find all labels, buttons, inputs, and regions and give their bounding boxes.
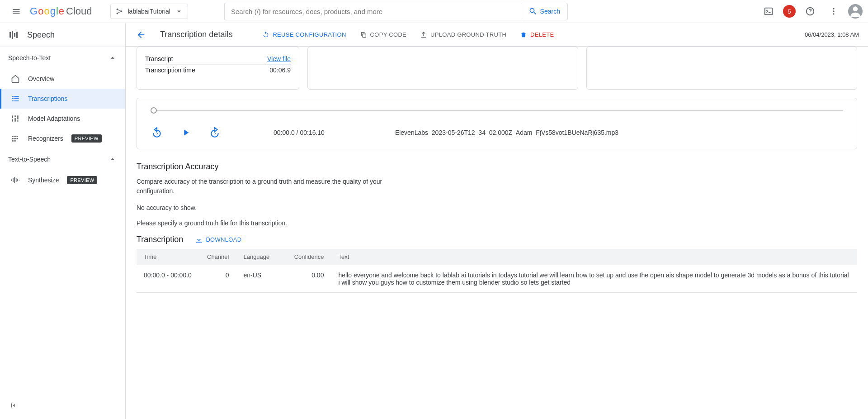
rewind-5-button[interactable]: 5 (151, 126, 163, 139)
dropdown-icon (175, 7, 183, 15)
nav-transcriptions[interactable]: Transcriptions (0, 89, 125, 109)
play-button[interactable] (179, 126, 192, 139)
svg-point-8 (853, 6, 858, 11)
svg-rect-14 (14, 96, 19, 97)
copy-code-button[interactable]: COPY CODE (358, 28, 408, 42)
svg-rect-18 (14, 100, 19, 101)
play-icon (181, 128, 191, 138)
svg-rect-28 (12, 138, 14, 139)
svg-point-5 (833, 8, 834, 10)
svg-text:5: 5 (214, 131, 216, 135)
upload-ground-truth-button[interactable]: UPLOAD GROUND TRUTH (418, 28, 508, 42)
svg-rect-27 (17, 136, 18, 137)
view-file-link[interactable]: View file (267, 55, 291, 62)
svg-rect-11 (14, 33, 15, 37)
project-name: lablabaiTutorial (128, 8, 170, 15)
account-avatar[interactable] (848, 4, 863, 19)
nav-overview[interactable]: Overview (0, 69, 125, 89)
cell-channel: 0 (200, 265, 236, 293)
tune-icon (11, 114, 20, 123)
svg-rect-19 (12, 115, 14, 118)
main: Transcription details REUSE CONFIGURATIO… (126, 23, 868, 419)
search-input[interactable] (224, 3, 521, 20)
cloud-shell-button[interactable] (760, 2, 778, 20)
svg-rect-34 (13, 178, 14, 182)
svg-rect-3 (765, 8, 773, 15)
copy-icon (360, 31, 367, 38)
created-timestamp: 06/04/2023, 1:08 AM (805, 31, 859, 38)
svg-rect-29 (14, 138, 16, 139)
transcription-time-value: 00:06.9 (269, 67, 291, 74)
svg-rect-40 (363, 34, 366, 37)
sidebar-product-title[interactable]: Speech (0, 23, 125, 47)
home-icon (11, 74, 20, 83)
download-button[interactable]: DOWNLOAD (195, 236, 241, 244)
svg-rect-38 (19, 180, 20, 181)
download-icon (195, 236, 203, 244)
svg-rect-35 (14, 177, 15, 183)
nav-section-text-to-speech[interactable]: Text-to-Speech (0, 148, 125, 170)
detail-header: Transcription details REUSE CONFIGURATIO… (126, 23, 868, 47)
cell-text: hello everyone and welcome back to labla… (331, 265, 857, 293)
chevron-up-icon (108, 53, 117, 62)
chevron-left-collapse-icon (10, 401, 18, 409)
preview-badge: PREVIEW (67, 176, 97, 184)
search-wrap: Search (224, 3, 568, 20)
svg-rect-31 (12, 140, 14, 142)
forward-5-button[interactable]: 5 (208, 126, 221, 139)
empty-card-2 (586, 47, 857, 90)
player-controls: 5 5 00:00.0 / 00:16.10 ElevenLabs_2023-0… (151, 126, 843, 139)
nav-model-adaptations[interactable]: Model Adaptations (0, 109, 125, 129)
search-icon (528, 7, 538, 16)
content: Transcript View file Transcription time … (126, 47, 868, 419)
svg-rect-12 (16, 32, 18, 38)
svg-rect-32 (14, 140, 16, 142)
delete-button[interactable]: DELETE (518, 28, 556, 42)
table-row[interactable]: 00:00.0 - 00:00.0 0 en-US 0.00 hello eve… (137, 265, 857, 293)
col-channel: Channel (200, 249, 236, 265)
nav-recognizers[interactable]: Recognizers PREVIEW (0, 129, 125, 148)
google-cloud-logo[interactable]: GoogleCloud (30, 5, 92, 17)
table-header-row: Time Channel Language Confidence Text (137, 249, 857, 265)
transcription-title: Transcription (137, 235, 183, 244)
project-selector[interactable]: lablabaiTutorial (110, 4, 188, 19)
cell-confidence: 0.00 (281, 265, 331, 293)
svg-point-6 (833, 10, 834, 12)
col-text: Text (331, 249, 857, 265)
reuse-configuration-button[interactable]: REUSE CONFIGURATION (260, 28, 348, 42)
col-language: Language (236, 249, 281, 265)
back-button[interactable] (132, 26, 150, 44)
nav-synthesize[interactable]: Synthesize PREVIEW (0, 170, 125, 190)
svg-rect-23 (17, 115, 18, 119)
svg-rect-15 (12, 98, 14, 99)
nav-section-speech-to-text[interactable]: Speech-to-Text (0, 47, 125, 69)
svg-rect-20 (12, 119, 14, 122)
audio-progress-track[interactable] (151, 108, 843, 114)
more-menu-button[interactable] (825, 2, 843, 20)
svg-rect-33 (11, 179, 12, 181)
audio-player-card: 5 5 00:00.0 / 00:16.10 ElevenLabs_2023-0… (137, 98, 857, 149)
page-title: Transcription details (160, 30, 232, 39)
help-button[interactable] (801, 2, 819, 20)
preview-badge: PREVIEW (71, 134, 102, 143)
refresh-icon (262, 31, 269, 38)
wave-icon (11, 176, 20, 185)
search-button[interactable]: Search (521, 3, 568, 20)
accuracy-description: Compare accuracy of the transcription to… (137, 177, 390, 196)
svg-rect-39 (11, 404, 12, 408)
cell-time: 00:00.0 - 00:00.0 (137, 265, 200, 293)
empty-card-1 (307, 47, 578, 90)
audio-progress-thumb[interactable] (151, 107, 157, 114)
svg-rect-13 (12, 96, 14, 97)
svg-rect-16 (14, 98, 19, 99)
chevron-up-icon (108, 155, 117, 164)
grid-icon (11, 134, 20, 143)
svg-point-2 (120, 10, 122, 12)
trash-icon (520, 31, 527, 38)
svg-rect-10 (12, 31, 13, 39)
upload-icon (420, 31, 427, 38)
sidebar-collapse-button[interactable] (6, 398, 22, 414)
notifications-badge[interactable]: 5 (783, 5, 796, 18)
svg-rect-25 (12, 136, 14, 137)
main-menu-button[interactable] (5, 0, 27, 22)
